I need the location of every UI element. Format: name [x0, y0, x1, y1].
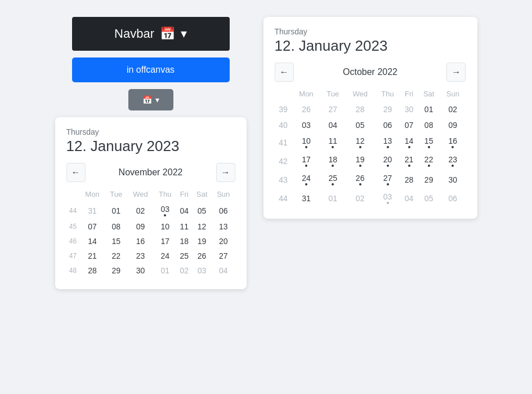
calendar-day[interactable]: 07: [400, 117, 418, 133]
left-week-num-header: [66, 188, 80, 202]
calendar-day[interactable]: 18: [320, 152, 345, 170]
calendar-day[interactable]: 19: [192, 234, 212, 249]
calendar-icon: 📅: [160, 26, 175, 41]
calendar-day[interactable]: 26: [292, 101, 321, 117]
calendar-day[interactable]: 29: [418, 170, 440, 189]
left-prev-button[interactable]: ←: [66, 163, 86, 182]
calendar-day[interactable]: 03: [154, 202, 176, 219]
calendar-day[interactable]: 04: [400, 189, 418, 207]
calendar-day[interactable]: 05: [345, 117, 375, 133]
calendar-day[interactable]: 28: [345, 101, 375, 117]
calendar-day[interactable]: 20: [212, 234, 235, 249]
calendar-day[interactable]: 23: [127, 249, 154, 263]
right-calendar-card: Thursday 12. January 2023 ← October 2022…: [263, 17, 477, 219]
calendar-day[interactable]: 16: [440, 133, 466, 152]
calendar-day[interactable]: 01: [154, 263, 176, 278]
right-full-date: 12. January 2023: [275, 37, 466, 55]
calendar-day[interactable]: 14: [79, 234, 105, 249]
week-number: 45: [66, 219, 80, 234]
calendar-day[interactable]: 24: [154, 249, 176, 263]
calendar-day[interactable]: 11: [176, 219, 192, 234]
calendar-day[interactable]: 05: [192, 202, 212, 219]
calendar-day[interactable]: 31: [292, 189, 321, 207]
calendar-day[interactable]: 02: [345, 189, 375, 207]
calendar-day[interactable]: 22: [418, 152, 440, 170]
offcanvas-button[interactable]: in offcanvas: [72, 57, 230, 82]
calendar-day[interactable]: 30: [400, 101, 418, 117]
calendar-day[interactable]: 09: [440, 117, 466, 133]
calendar-day[interactable]: 03: [375, 189, 400, 207]
calendar-day[interactable]: 29: [105, 263, 127, 278]
calendar-day[interactable]: 24: [292, 170, 321, 189]
calendar-day[interactable]: 27: [375, 170, 400, 189]
calendar-day[interactable]: 08: [105, 219, 127, 234]
calendar-day[interactable]: 28: [79, 263, 105, 278]
left-weekday-fri: Fri: [176, 188, 192, 202]
calendar-day[interactable]: 03: [192, 263, 212, 278]
calendar-day[interactable]: 05: [418, 189, 440, 207]
calendar-day[interactable]: 15: [418, 133, 440, 152]
calendar-day[interactable]: 20: [375, 152, 400, 170]
calendar-day[interactable]: 06: [375, 117, 400, 133]
calendar-day[interactable]: 03: [292, 117, 321, 133]
calendar-day[interactable]: 02: [440, 101, 466, 117]
calendar-day[interactable]: 08: [418, 117, 440, 133]
calendar-day[interactable]: 02: [176, 263, 192, 278]
calendar-day[interactable]: 10: [292, 133, 321, 152]
calendar-day[interactable]: 18: [176, 234, 192, 249]
calendar-day[interactable]: 11: [320, 133, 345, 152]
week-number: 40: [275, 117, 292, 133]
calendar-day[interactable]: 13: [212, 219, 235, 234]
left-next-button[interactable]: →: [216, 163, 235, 182]
calendar-day[interactable]: 12: [345, 133, 375, 152]
calendar-day[interactable]: 23: [440, 152, 466, 170]
calendar-day[interactable]: 04: [320, 117, 345, 133]
calendar-day[interactable]: 02: [127, 202, 154, 219]
calendar-day[interactable]: 01: [320, 189, 345, 207]
right-prev-button[interactable]: ←: [275, 63, 294, 82]
calendar-day[interactable]: 16: [127, 234, 154, 249]
calendar-day[interactable]: 26: [345, 170, 375, 189]
calendar-day[interactable]: 07: [79, 219, 105, 234]
calendar-day[interactable]: 12: [192, 219, 212, 234]
calendar-day[interactable]: 17: [292, 152, 321, 170]
left-weekday-wed: Wed: [127, 188, 154, 202]
right-day-name: Thursday: [275, 27, 466, 36]
calendar-day[interactable]: 31: [79, 202, 105, 219]
week-number: 47: [66, 249, 80, 263]
calendar-day[interactable]: 10: [154, 219, 176, 234]
calendar-day[interactable]: 04: [212, 263, 235, 278]
calendar-day[interactable]: 28: [400, 170, 418, 189]
left-weekday-header-row: Mon Tue Wed Thu Fri Sat Sun: [66, 188, 235, 202]
right-next-button[interactable]: →: [446, 63, 466, 82]
calendar-day[interactable]: 26: [192, 249, 212, 263]
calendar-day[interactable]: 14: [400, 133, 418, 152]
calendar-day[interactable]: 29: [375, 101, 400, 117]
left-weekday-mon: Mon: [79, 188, 105, 202]
calendar-day[interactable]: 06: [212, 202, 235, 219]
calendar-day[interactable]: 15: [105, 234, 127, 249]
right-weekday-tue: Tue: [320, 87, 345, 101]
calendar-day[interactable]: 09: [127, 219, 154, 234]
calendar-day[interactable]: 22: [105, 249, 127, 263]
table-row: 4431010203040506: [66, 202, 235, 219]
calendar-day[interactable]: 21: [400, 152, 418, 170]
calendar-day[interactable]: 27: [320, 101, 345, 117]
calendar-day[interactable]: 01: [418, 101, 440, 117]
calendar-day[interactable]: 19: [345, 152, 375, 170]
calendar-day[interactable]: 21: [79, 249, 105, 263]
calendar-day[interactable]: 25: [320, 170, 345, 189]
calendar-day[interactable]: 30: [440, 170, 466, 189]
calendar-day[interactable]: 06: [440, 189, 466, 207]
right-weekday-sun: Sun: [440, 87, 466, 101]
right-weekday-fri: Fri: [400, 87, 418, 101]
calendar-day[interactable]: 17: [154, 234, 176, 249]
calendar-day[interactable]: 27: [212, 249, 235, 263]
calendar-day[interactable]: 04: [176, 202, 192, 219]
calendar-day[interactable]: 13: [375, 133, 400, 152]
calendar-day[interactable]: 30: [127, 263, 154, 278]
dropdown-button[interactable]: 📅 ▾: [128, 89, 173, 110]
table-row: 4110111213141516: [275, 133, 466, 152]
calendar-day[interactable]: 25: [176, 249, 192, 263]
calendar-day[interactable]: 01: [105, 202, 127, 219]
